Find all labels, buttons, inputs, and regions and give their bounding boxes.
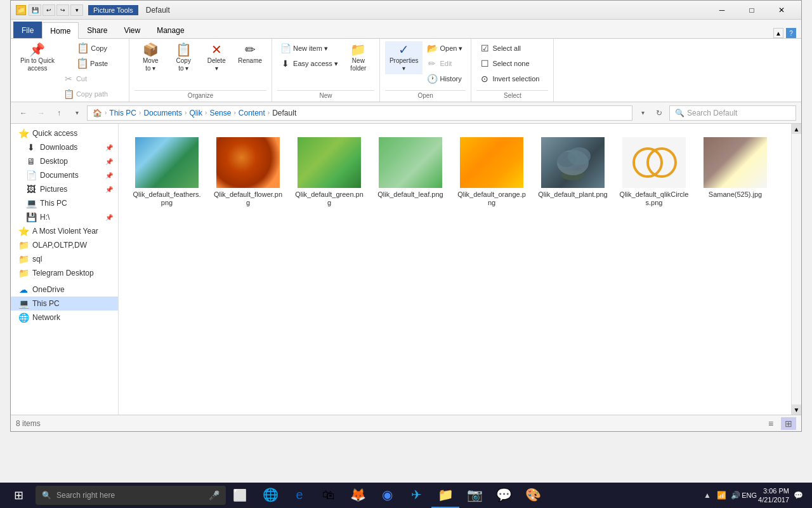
dropdown-btn[interactable]: ▾ [70,4,83,16]
tab-home[interactable]: Home [42,22,79,39]
organize-content: 📦 Moveto ▾ 📋 Copyto ▾ ✕ Delete▾ ✏ Rename [134,41,266,90]
breadcrumb-qlik[interactable]: Qlik [189,109,202,117]
sidebar-item-thispc[interactable]: 💻 This PC [11,297,118,311]
sidebar-item-pictures[interactable]: 🖼 Pictures 📌 [11,182,118,196]
breadcrumb-bar[interactable]: 🏠 › This PC › Documents › Qlik › Sense ›… [87,105,632,121]
copy-path-button[interactable]: 📋 Copy path [60,87,124,101]
notification-btn[interactable]: 💬 [792,489,804,502]
scroll-up-btn[interactable]: ▲ [792,124,801,134]
search-box[interactable]: 🔍 Search Default [669,105,796,121]
sidebar-item-violent-year[interactable]: ⭐ A Most Violent Year [11,224,118,238]
sidebar-item-network[interactable]: 🌐 Network [11,311,118,324]
taskbar-app-store[interactable]: 🛍 [315,483,343,508]
breadcrumb-thispc[interactable]: This PC [109,109,136,117]
taskbar-app-edge[interactable]: 🌐 [256,483,284,508]
list-item[interactable]: Samane(525).jpg [697,134,773,210]
cut-button[interactable]: ✂ Cut [60,72,124,86]
taskbar-search[interactable]: 🔍 Search right here 🎤 [36,486,226,505]
task-view-btn[interactable]: ⬜ [227,483,252,508]
list-item[interactable]: Qlik_default_orange.png [454,134,530,210]
breadcrumb-home[interactable]: 🏠 [93,109,102,117]
paste-button[interactable]: 📋 Paste [60,57,124,70]
list-view-btn[interactable]: ≡ [763,417,778,430]
taskbar-app-misc[interactable]: 🎨 [519,483,547,508]
delete-button[interactable]: ✕ Delete▾ [200,41,232,74]
pin-label: Pin to Quickaccess [20,57,55,72]
copy-button[interactable]: 📋 Copy [60,41,124,55]
recent-locations-btn[interactable]: ▾ [69,105,84,121]
move-to-button[interactable]: 📦 Moveto ▾ [134,41,166,74]
invert-selection-button[interactable]: ⊙ Invert selection [476,72,548,86]
undo-btn[interactable]: ↩ [43,4,55,16]
rename-button[interactable]: ✏ Rename [233,41,266,67]
new-folder-button[interactable]: 📁 Newfolder [343,41,374,74]
forward-button[interactable]: → [34,105,49,121]
ribbon-collapse-btn[interactable]: ▲ [773,28,783,38]
quick-save-btn[interactable]: 💾 [29,4,41,16]
back-button[interactable]: ← [16,105,31,121]
search-icon: 🔍 [675,109,684,117]
open-button[interactable]: 📂 Open ▾ [424,41,466,55]
sidebar-item-sql[interactable]: 📁 sql [11,252,118,266]
scroll-down-btn[interactable]: ▼ [792,404,801,415]
taskbar-app-explorer[interactable]: 📁 [431,483,459,508]
refresh-btn[interactable]: ↻ [652,105,667,121]
taskbar-app-ie[interactable]: e [285,483,313,508]
tab-manage[interactable]: Manage [148,22,192,38]
list-item[interactable]: Qlik_default_leaf.png [372,134,449,210]
breadcrumb-content[interactable]: Content [239,109,265,117]
expand-btn[interactable]: ▾ [635,105,650,121]
taskbar-app-media[interactable]: 📷 [461,483,488,508]
tab-file[interactable]: File [13,22,42,38]
select-all-button[interactable]: ☑ Select all [476,41,548,55]
search-mic-icon: 🔍 [42,491,51,500]
minimize-button[interactable]: ─ [707,1,737,20]
sidebar-item-desktop[interactable]: 🖥 Desktop 📌 [11,154,118,168]
breadcrumb-sense[interactable]: Sense [209,109,231,117]
taskbar-app-chrome[interactable]: ◉ [373,483,401,508]
list-item[interactable]: Qlik_default_flower.png [210,134,286,210]
select-label: Select [476,90,548,99]
taskbar-app-firefox[interactable]: 🦊 [344,483,372,508]
pin-quick-access-button[interactable]: 📌 Pin to Quickaccess [16,41,59,74]
tray-volume-icon[interactable]: 🔊 [729,489,742,502]
sidebar-item-downloads[interactable]: ⬇ Downloads 📌 [11,140,118,154]
taskbar-app-skype[interactable]: 💬 [490,483,518,508]
taskbar-app-telegram[interactable]: ✈ [402,483,430,508]
up-button[interactable]: ↑ [51,105,67,121]
sidebar-item-h-drive[interactable]: 💾 H:\ 📌 [11,210,118,224]
list-item[interactable]: Qlik_default_plant.png [535,134,611,210]
tab-view[interactable]: View [115,22,148,38]
redo-btn[interactable]: ↪ [56,4,69,16]
taskbar-clock[interactable]: 3:06 PM 4/21/2017 [758,486,789,505]
easy-access-button[interactable]: ⬇ Easy access ▾ [277,57,341,70]
new-item-button[interactable]: 📄 New item ▾ [277,41,341,55]
breadcrumb-documents[interactable]: Documents [143,109,182,117]
sidebar-item-quick-access[interactable]: ⭐ Quick access [11,126,118,140]
copy-to-button[interactable]: 📋 Copyto ▾ [167,41,199,74]
help-btn[interactable]: ? [786,28,796,38]
list-item[interactable]: Qlik_default_green.png [291,134,367,210]
network-icon: 🌐 [18,312,29,323]
sidebar-item-thispc-quick[interactable]: 💻 This PC [11,196,118,210]
tab-share[interactable]: Share [79,22,115,38]
list-item[interactable]: Qlik_default_feathers.png [129,134,205,210]
tray-expand-btn[interactable]: ▲ [701,489,714,502]
select-none-button[interactable]: ☐ Select none [476,57,548,70]
edit-button[interactable]: ✏ Edit [424,57,466,70]
maximize-button[interactable]: □ [737,1,766,20]
close-button[interactable]: ✕ [767,1,796,20]
file-area[interactable]: Qlik_default_feathers.png Qlik_default_f… [119,124,791,415]
large-icon-view-btn[interactable]: ⊞ [781,417,796,430]
history-button[interactable]: 🕐 History [424,72,466,86]
sidebar-item-telegram[interactable]: 📁 Telegram Desktop [11,266,118,280]
sidebar-item-onedrive[interactable]: ☁ OneDrive [11,283,118,297]
tray-network-icon[interactable]: 📶 [715,489,728,502]
properties-button[interactable]: ✓ Properties▾ [385,41,423,74]
star-icon: ⭐ [18,128,29,138]
list-item[interactable]: Qlik_default_qlikCircles.png [616,134,692,210]
sidebar-item-olap[interactable]: 📁 OLAP,OLTP,DW [11,238,118,252]
start-button[interactable]: ⊞ [3,483,34,508]
sidebar-item-documents[interactable]: 📄 Documents 📌 [11,168,118,182]
tray-language-icon[interactable]: ENG [743,489,756,502]
